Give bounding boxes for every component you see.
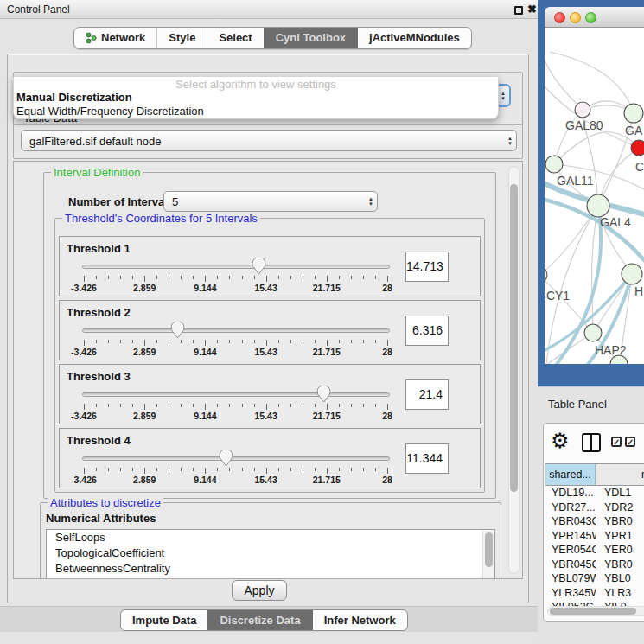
tick-mark <box>327 340 328 346</box>
slider-track[interactable] <box>82 392 390 397</box>
bottom-tab-strip: Impute DataDiscretize DataInfer Network <box>0 606 538 632</box>
apply-button[interactable]: Apply <box>232 580 287 601</box>
float-window-icon[interactable] <box>514 6 523 15</box>
slider-thumb[interactable] <box>170 322 185 339</box>
network-edge <box>545 275 593 333</box>
tick-mark <box>315 404 316 407</box>
tick-mark <box>387 340 388 346</box>
checkbox-icon[interactable]: ✓ <box>611 437 622 447</box>
table-row[interactable]: YER054CYER0 <box>545 543 644 558</box>
slider-thumb[interactable] <box>219 450 233 467</box>
tick-mark <box>96 276 97 279</box>
network-node-h[interactable] <box>622 264 642 284</box>
control-panel: Control Panel ✖ NetworkStyleSelectCyni T… <box>0 0 538 644</box>
tick-mark <box>290 276 291 279</box>
gear-icon[interactable]: ⚙ <box>551 429 570 453</box>
mac-close-icon[interactable] <box>554 12 565 23</box>
tab-style[interactable]: Style <box>156 28 207 48</box>
mac-zoom-icon[interactable] <box>585 12 596 23</box>
dropdown-prompt: Select algorithm to view settings <box>14 77 498 91</box>
tick-mark <box>156 468 157 471</box>
table-cell: YBL079W <box>545 571 596 586</box>
slider-thumb[interactable] <box>252 258 266 275</box>
slider-track[interactable] <box>82 328 390 333</box>
column-header-shared[interactable]: shared... <box>545 464 596 485</box>
column-header-name[interactable]: na <box>596 464 644 485</box>
network-node-gal11[interactable] <box>545 156 563 173</box>
tick-mark <box>181 276 182 279</box>
tick-mark <box>84 340 85 346</box>
tab-select[interactable]: Select <box>207 28 263 48</box>
tab-discretize-data[interactable]: Discretize Data <box>207 610 311 630</box>
tick-mark <box>278 468 279 471</box>
mac-minimize-icon[interactable] <box>570 12 581 23</box>
threshold-value-field[interactable]: 6.316 <box>405 316 449 346</box>
slider-track[interactable] <box>82 265 390 269</box>
network-node-gal4[interactable] <box>587 194 609 217</box>
tick-mark <box>254 468 255 471</box>
algorithm-dropdown-popup: Select algorithm to view settings Manual… <box>13 77 499 119</box>
dropdown-item-equal-width[interactable]: Equal Width/Frequency Discretization <box>14 105 498 118</box>
tick-mark <box>339 276 340 279</box>
table-row[interactable]: YBR043CYBR0 <box>545 514 644 529</box>
tick-label: 28 <box>382 347 392 357</box>
table-cell: YBR0 <box>596 558 644 572</box>
tick-mark <box>387 468 388 474</box>
tick-mark <box>120 340 121 343</box>
tab-label: Select <box>219 28 252 48</box>
interval-definition-title: Interval Definition <box>51 166 143 179</box>
table-row[interactable]: YDR27...YDR2 <box>545 501 644 515</box>
table-data-combobox[interactable]: galFiltered.sif default node ▲▼ <box>21 130 517 151</box>
threshold-value-field[interactable]: 14.713 <box>405 252 449 282</box>
slider-thumb[interactable] <box>316 386 331 403</box>
close-icon[interactable]: ✖ <box>527 3 537 16</box>
table-panel-box: ⚙ ✓ ✓ shared...na YDL19...YDL1YDR27...YD… <box>543 423 644 622</box>
tick-mark <box>254 404 255 407</box>
tab-jactivemnodules[interactable]: jActiveMNodules <box>357 28 471 48</box>
node-label: GCY1 <box>545 289 570 303</box>
tab-cyni-toolbox[interactable]: Cyni Toolbox <box>264 28 357 48</box>
table-row[interactable]: YBR045CYBR0 <box>545 558 644 572</box>
table-row[interactable]: YBL079WYBL0 <box>545 571 644 586</box>
tick-label: 2.859 <box>133 411 156 421</box>
checkbox-icon[interactable]: ✓ <box>625 437 635 447</box>
node-table[interactable]: shared...na YDL19...YDL1YDR27...YDR2YBR0… <box>545 463 644 615</box>
tick-label: -3.426 <box>71 411 97 421</box>
attributes-scrollbar[interactable] <box>482 531 494 579</box>
table-row[interactable]: YDL19...YDL1 <box>545 486 644 501</box>
list-item[interactable]: TopologicalCoefficient <box>47 545 494 561</box>
network-node[interactable] <box>631 140 644 156</box>
table-row[interactable]: YPR145WYPR1 <box>545 529 644 544</box>
tick-label: 28 <box>382 283 392 293</box>
numerical-attributes-list[interactable]: SelfLoopsTopologicalCoefficientBetweenne… <box>46 529 495 579</box>
tick-mark <box>242 276 243 279</box>
tick-mark <box>266 468 267 474</box>
network-node-hap2[interactable] <box>584 324 602 341</box>
threshold-value-field[interactable]: 11.344 <box>405 443 449 474</box>
tab-label: Network <box>101 28 145 48</box>
table-horizontal-scrollbar[interactable] <box>547 606 644 616</box>
number-of-intervals-combobox[interactable]: 5 ▲▼ <box>163 191 378 212</box>
settings-vertical-scrollbar[interactable] <box>508 166 520 574</box>
tab-impute-data[interactable]: Impute Data <box>121 610 207 630</box>
network-node[interactable] <box>624 104 643 123</box>
table-cell: YDR27... <box>545 501 596 515</box>
network-edge <box>545 50 583 110</box>
split-columns-icon[interactable] <box>582 433 601 452</box>
slider-track[interactable] <box>82 456 390 461</box>
table-cell: YPR145W <box>545 529 596 544</box>
table-row[interactable]: YLR345WYLR3 <box>545 586 644 601</box>
dropdown-item-manual[interactable]: Manual Discretization <box>14 91 498 105</box>
tick-mark <box>169 468 169 471</box>
tick-mark <box>120 468 121 471</box>
tab-infer-network[interactable]: Infer Network <box>312 610 407 630</box>
network-node-gal80[interactable] <box>575 102 590 118</box>
tick-mark <box>375 404 376 407</box>
tick-mark <box>375 340 376 343</box>
tick-mark <box>108 468 109 471</box>
list-item[interactable]: BetweennessCentrality <box>47 561 494 577</box>
list-item[interactable]: SelfLoops <box>47 530 494 545</box>
threshold-value-field[interactable]: 21.4 <box>405 379 449 410</box>
tab-network[interactable]: Network <box>74 28 156 48</box>
network-canvas[interactable]: GAL80GACGAL11GAL4GCY1HHAP2 <box>545 28 644 364</box>
